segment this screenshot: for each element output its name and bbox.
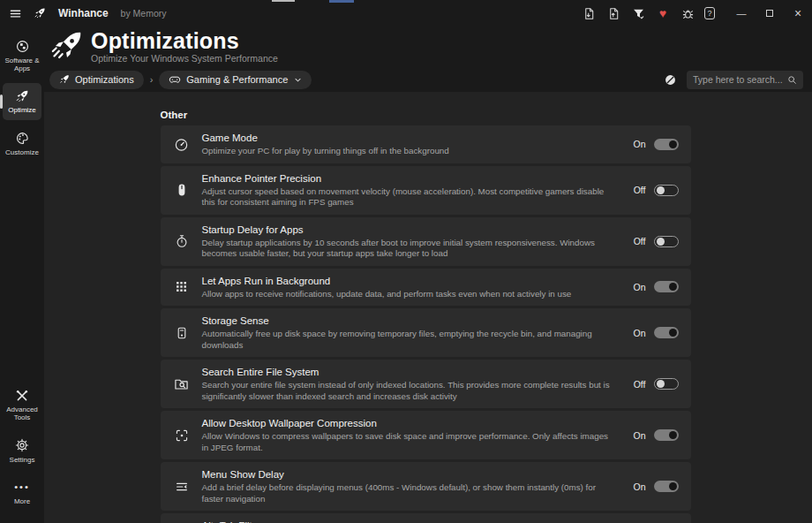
setting-title: Let Apps Run in Background <box>202 275 617 288</box>
search-input[interactable] <box>693 74 783 85</box>
setting-card: Allow Desktop Wallpaper CompressionAllow… <box>161 411 691 459</box>
menu-delay-icon <box>173 478 191 496</box>
gamepad-icon <box>169 73 181 86</box>
breadcrumb-label: Optimizations <box>75 74 134 85</box>
setting-title: Enhance Pointer Precision <box>202 172 617 186</box>
titlebar: Winhance by Memory ♥ ? <box>0 0 812 27</box>
toggle-switch[interactable] <box>654 429 679 441</box>
chevron-down-icon <box>294 76 302 84</box>
rocket-icon <box>59 74 70 85</box>
app-byline: by Memory <box>121 8 167 19</box>
sidebar-item-label: More <box>14 497 30 505</box>
toggle-switch[interactable] <box>654 378 679 390</box>
toggle-state-label: On <box>633 328 645 338</box>
setting-card: Alt+Tab FilterShow only traditional open… <box>161 513 691 523</box>
wallpaper-compress-icon <box>173 427 191 444</box>
export-config-icon[interactable] <box>605 5 621 21</box>
rocket-logo-icon <box>49 28 85 64</box>
toolbar: Optimizations › Gaming & Performance <box>44 67 812 92</box>
minimize-button[interactable]: — <box>727 0 756 27</box>
ellipsis-icon: ••• <box>15 480 30 495</box>
setting-description: Adjust cursor speed based on movement ve… <box>202 186 617 208</box>
gear-icon <box>15 438 30 453</box>
rocket-icon <box>15 88 30 103</box>
setting-description: Delay startup applications by 10 seconds… <box>202 238 617 260</box>
toggle-switch[interactable] <box>654 139 679 150</box>
rocket-icon <box>32 5 48 21</box>
search-box <box>687 71 803 89</box>
background-window-artifact <box>272 0 295 2</box>
winhance-window: Winhance by Memory ♥ ? <box>0 0 812 523</box>
setting-card: Game ModeOptimize your PC for play by tu… <box>161 125 691 163</box>
sidebar: Software & Apps Optimize Customize <box>0 27 44 523</box>
sidebar-item-customize[interactable]: Customize <box>0 125 44 162</box>
toggle-switch[interactable] <box>654 281 679 292</box>
maximize-button[interactable] <box>756 0 784 27</box>
setting-card: Storage SenseAutomatically free up disk … <box>161 308 691 357</box>
toggle-state-label: On <box>633 481 645 492</box>
folder-search-icon <box>173 375 191 393</box>
setting-description: Search your entire file system instead o… <box>202 380 617 402</box>
mouse-icon <box>173 181 191 199</box>
setting-title: Menu Show Delay <box>202 468 617 481</box>
page-title: Optimizations <box>91 29 278 52</box>
settings-section: OtherGame ModeOptimize your PC for play … <box>161 110 691 523</box>
setting-description: Optimize your PC for play by turning thi… <box>202 146 617 157</box>
sidebar-item-label: Settings <box>10 456 35 464</box>
sidebar-item-label: Software & Apps <box>2 57 42 72</box>
toggle-state-label: On <box>633 139 645 149</box>
heart-icon[interactable]: ♥ <box>655 5 671 21</box>
toggle-switch[interactable] <box>654 185 679 196</box>
sidebar-item-software-apps[interactable]: Software & Apps <box>0 34 44 78</box>
timer-icon <box>173 232 191 250</box>
sidebar-item-label: Advanced Tools <box>2 406 42 421</box>
bug-report-icon[interactable] <box>680 5 695 21</box>
maximize-icon <box>766 10 773 17</box>
toggle-state-label: On <box>633 430 645 441</box>
close-button[interactable]: × <box>784 0 812 27</box>
apps-grid-icon <box>173 278 191 296</box>
toggle-state-label: Off <box>634 236 646 246</box>
slashed-circle-icon[interactable] <box>662 72 678 87</box>
sidebar-item-advanced-tools[interactable]: Advanced Tools <box>0 383 44 427</box>
section-title: Other <box>161 110 691 120</box>
storage-icon <box>173 324 191 342</box>
hamburger-menu-icon[interactable] <box>7 5 23 21</box>
setting-title: Allow Desktop Wallpaper Compression <box>202 417 617 430</box>
sidebar-item-label: Optimize <box>8 106 36 114</box>
toggle-switch[interactable] <box>654 481 679 492</box>
setting-card: Enhance Pointer PrecisionAdjust cursor s… <box>161 166 691 215</box>
setting-card: Search Entire File SystemSearch your ent… <box>161 360 691 408</box>
setting-description: Add a brief delay before displaying menu… <box>202 482 617 504</box>
toggle-switch[interactable] <box>654 236 679 247</box>
sidebar-item-settings[interactable]: Settings <box>0 433 44 469</box>
breadcrumb-separator: › <box>149 74 154 85</box>
sidebar-item-optimize[interactable]: Optimize <box>0 83 44 119</box>
setting-description: Automatically free up disk space by remo… <box>202 329 617 351</box>
import-config-icon[interactable] <box>581 5 597 21</box>
page-subtitle: Optimize Your Windows System Performance <box>91 53 278 64</box>
setting-title: Startup Delay for Apps <box>202 224 617 237</box>
software-apps-icon <box>15 39 30 54</box>
tools-icon <box>15 388 30 403</box>
filter-icon[interactable] <box>630 5 646 21</box>
setting-description: Allow Windows to compress wallpapers to … <box>202 431 617 453</box>
settings-scroll-area: OtherGame ModeOptimize your PC for play … <box>44 92 812 523</box>
palette-icon <box>15 131 30 146</box>
help-icon[interactable]: ? <box>704 7 715 19</box>
toggle-state-label: Off <box>634 185 646 195</box>
breadcrumb-optimizations[interactable]: Optimizations <box>49 71 144 89</box>
setting-description: Allow apps to receive notifications, upd… <box>202 289 617 300</box>
setting-card: Menu Show DelayAdd a brief delay before … <box>161 462 691 511</box>
breadcrumb-label: Gaming & Performance <box>186 74 288 85</box>
setting-card: Startup Delay for AppsDelay startup appl… <box>161 217 691 266</box>
sidebar-item-more[interactable]: ••• More <box>0 474 44 511</box>
gauge-icon <box>173 135 191 153</box>
setting-title: Game Mode <box>202 132 617 145</box>
page-header: Optimizations Optimize Your Windows Syst… <box>44 27 812 65</box>
search-icon[interactable] <box>787 75 797 85</box>
setting-title: Search Entire File System <box>202 366 617 379</box>
breadcrumb-category-dropdown[interactable]: Gaming & Performance <box>159 71 312 89</box>
toggle-switch[interactable] <box>654 327 679 338</box>
toggle-state-label: On <box>633 282 645 292</box>
